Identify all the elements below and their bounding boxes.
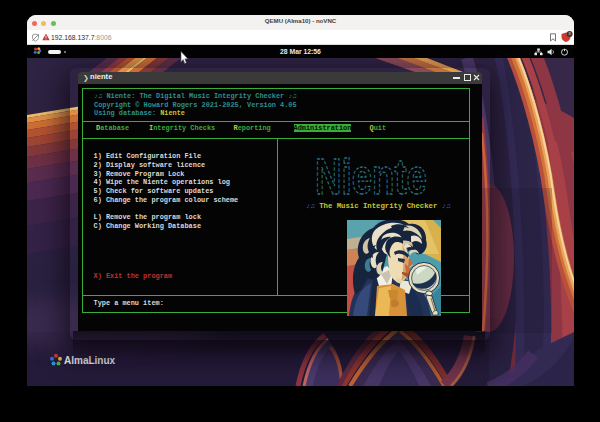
svg-text:AlmaLinux: AlmaLinux — [64, 355, 116, 366]
svg-text:3: 3 — [569, 32, 571, 36]
svg-text:Niente: Niente — [315, 154, 427, 200]
